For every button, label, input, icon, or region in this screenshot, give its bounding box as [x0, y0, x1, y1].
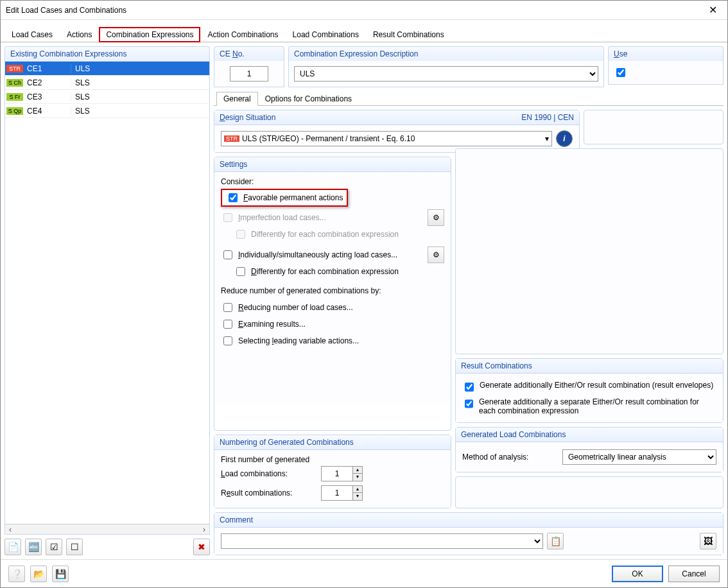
numbering-header: Numbering of Generated Combinations	[220, 438, 354, 447]
ce-desc-select[interactable]: ULS	[294, 66, 598, 82]
tab-combination-expressions[interactable]: Combination Expressions	[99, 27, 200, 42]
sort-button[interactable]: 🔤	[25, 539, 42, 555]
settings-group: Settings Consider: Favorable permanent a…	[214, 157, 451, 431]
main-tabs: Load Cases Actions Combination Expressio…	[1, 20, 727, 42]
individually-checkbox[interactable]	[223, 250, 232, 259]
selecting-label: Selecting leading variable actions...	[238, 336, 359, 345]
method-label: Method of analysis:	[462, 453, 559, 462]
gen-separate-either-or-label: Generate additionally a separate Either/…	[479, 397, 716, 415]
delete-button[interactable]: ✖	[193, 539, 210, 555]
spinner-up-icon[interactable]: ▲	[353, 486, 362, 493]
ok-button[interactable]: OK	[612, 566, 663, 582]
list-item[interactable]: S Ch CE2 SLS	[5, 76, 209, 90]
preview-area	[455, 148, 724, 354]
result-combinations-label: Result combinations:	[221, 489, 317, 497]
generated-load-combinations-group: Generated Load Combinations Method of an…	[455, 427, 724, 472]
load-combinations-spinner[interactable]	[321, 466, 353, 481]
diff-each-1-label: Differently for each combination express…	[251, 230, 399, 239]
type-badge: S Fr	[6, 93, 23, 101]
ce-desc: SLS	[71, 107, 209, 116]
window-title: Edit Load Cases and Combinations	[6, 6, 704, 15]
scroll-right-icon[interactable]: ›	[199, 525, 209, 534]
load-combinations-label: Load combinations:	[221, 469, 317, 478]
individually-label: Individually/simultaneously acting load …	[238, 250, 397, 259]
horizontal-scrollbar[interactable]: ‹ ›	[5, 524, 209, 534]
save-button[interactable]: 💾	[52, 566, 69, 582]
list-item[interactable]: S Qp CE4 SLS	[5, 104, 209, 118]
ce-no-input[interactable]	[230, 66, 268, 82]
tab-load-cases[interactable]: Load Cases	[4, 27, 60, 42]
list-item[interactable]: S Fr CE3 SLS	[5, 90, 209, 104]
selecting-checkbox[interactable]	[223, 336, 232, 345]
type-badge: S Ch	[6, 79, 23, 87]
ce-code: CE4	[24, 107, 71, 116]
tab-general[interactable]: General	[216, 92, 258, 106]
consider-label: Consider:	[221, 177, 444, 186]
type-badge: STR	[6, 65, 23, 73]
examining-label: Examining results...	[238, 320, 306, 329]
comment-select[interactable]	[221, 533, 543, 549]
numbering-group: Numbering of Generated Combinations Firs…	[214, 435, 451, 508]
imperfection-checkbox	[223, 213, 232, 222]
spinner-down-icon[interactable]: ▼	[353, 493, 362, 500]
tab-options[interactable]: Options for Combinations	[258, 92, 359, 106]
check-all-button[interactable]: ☑	[46, 539, 62, 555]
comment-pick-button[interactable]: 📋	[547, 533, 564, 549]
spinner-up-icon[interactable]: ▲	[353, 467, 362, 474]
result-combinations-header: Result Combinations	[461, 361, 532, 370]
open-button[interactable]: 📂	[30, 566, 47, 582]
spinner-down-icon[interactable]: ▼	[353, 474, 362, 481]
result-combinations-group: Result Combinations Generate additionall…	[455, 358, 724, 423]
existing-expressions-list[interactable]: STR CE1 ULS S Ch CE2 SLS S Fr CE3 SLS S …	[4, 61, 210, 535]
ce-code: CE1	[24, 64, 71, 73]
new-button[interactable]: 📄	[4, 539, 21, 555]
settings-header: Settings	[220, 160, 247, 169]
design-situation-label: Design Situation	[220, 113, 275, 122]
diff-each-2-label: Differently for each combination express…	[251, 267, 399, 276]
ce-desc-label: Combination Expression Description	[288, 46, 604, 61]
help-button[interactable]: ❔	[8, 566, 25, 582]
uncheck-all-button[interactable]: ☐	[66, 539, 83, 555]
ce-desc: SLS	[71, 78, 209, 87]
result-combinations-spinner[interactable]	[321, 485, 353, 501]
favorable-permanent-label: Favorable permanent actions	[243, 193, 343, 202]
diff-each-1-checkbox	[236, 230, 245, 239]
diff-each-2-checkbox[interactable]	[236, 267, 245, 276]
individually-settings-button[interactable]: ⚙	[428, 246, 444, 263]
favorable-permanent-checkbox[interactable]	[229, 193, 238, 202]
bottom-right-placeholder	[455, 476, 724, 508]
ce-desc: ULS	[71, 64, 209, 73]
comment-header: Comment	[220, 515, 253, 524]
gen-either-or-label: Generate additionally Either/Or result c…	[480, 381, 713, 390]
gen-either-or-checkbox[interactable]	[465, 383, 474, 392]
ce-code: CE2	[24, 78, 71, 87]
imperfection-settings-button[interactable]: ⚙	[428, 209, 444, 226]
comment-image-button[interactable]: 🖼	[700, 533, 716, 549]
top-right-placeholder	[584, 110, 724, 144]
first-number-label: First number of generated	[221, 455, 444, 464]
inner-tabs: General Options for Combinations	[214, 91, 724, 106]
tab-action-combinations[interactable]: Action Combinations	[200, 27, 285, 42]
use-checkbox[interactable]	[616, 68, 625, 77]
ce-code: CE3	[24, 92, 71, 101]
examining-checkbox[interactable]	[223, 320, 232, 329]
tab-load-combinations[interactable]: Load Combinations	[286, 27, 366, 42]
close-icon[interactable]: ✕	[704, 4, 722, 16]
tab-result-combinations[interactable]: Result Combinations	[366, 27, 451, 42]
use-label: Use	[608, 46, 724, 61]
generated-load-combinations-header: Generated Load Combinations	[461, 430, 566, 439]
type-badge: STR	[224, 135, 239, 142]
ce-desc: SLS	[71, 92, 209, 101]
reducing-label: Reducing number of load cases...	[238, 303, 353, 312]
reducing-checkbox[interactable]	[223, 303, 232, 312]
tab-actions[interactable]: Actions	[60, 27, 99, 42]
ce-no-label: CE No.	[214, 46, 284, 61]
comment-group: Comment 📋 🖼	[214, 512, 724, 555]
gen-separate-either-or-checkbox[interactable]	[465, 399, 473, 408]
existing-expressions-header: Existing Combination Expressions	[4, 46, 210, 61]
method-select[interactable]: Geometrically linear analysis	[562, 449, 716, 465]
reduce-header: Reduce number of generated combinations …	[221, 286, 444, 295]
scroll-left-icon[interactable]: ‹	[5, 525, 15, 534]
cancel-button[interactable]: Cancel	[668, 566, 720, 582]
list-item[interactable]: STR CE1 ULS	[5, 62, 209, 76]
